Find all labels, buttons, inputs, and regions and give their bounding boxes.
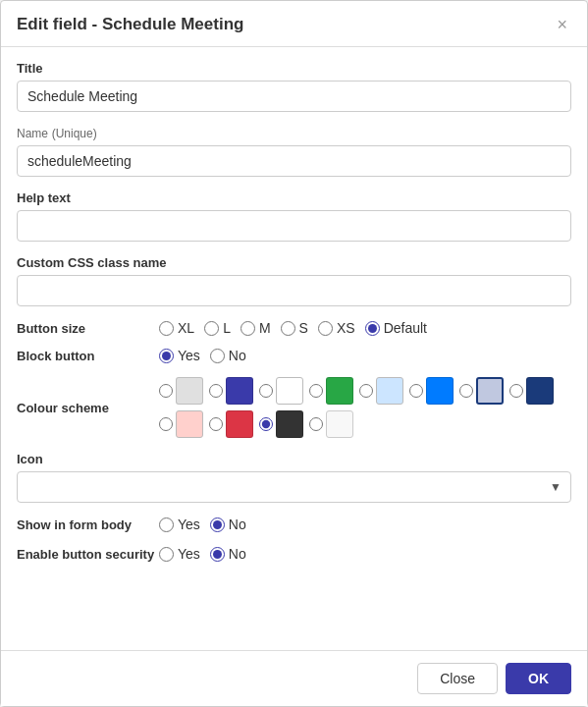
block-button-label: Block button <box>17 349 159 363</box>
block-button-group: Block button Yes No <box>17 348 571 363</box>
size-default[interactable]: Default <box>365 320 427 336</box>
size-xl[interactable]: XL <box>159 320 194 336</box>
css-label: Custom CSS class name <box>17 255 571 270</box>
edit-field-modal: Edit field - Schedule Meeting × Title Na… <box>0 0 588 707</box>
colour-blank[interactable] <box>309 410 353 438</box>
security-no[interactable]: No <box>210 546 246 562</box>
enable-security-group: Enable button security Yes No <box>17 546 571 562</box>
enable-security-label: Enable button security <box>17 547 159 562</box>
button-size-options: XL L M S XS <box>159 320 427 336</box>
icon-select[interactable] <box>17 471 571 503</box>
button-size-label: Button size <box>17 321 159 336</box>
size-m[interactable]: M <box>241 320 271 336</box>
help-text-label: Help text <box>17 190 571 205</box>
colour-light[interactable] <box>159 377 203 405</box>
show-in-form-group: Show in form body Yes No <box>17 517 571 532</box>
colour-purple[interactable] <box>209 377 253 405</box>
size-xs[interactable]: XS <box>318 320 355 336</box>
size-s[interactable]: S <box>281 320 308 336</box>
colour-navy-outline[interactable] <box>459 377 504 405</box>
show-in-form-label: Show in form body <box>17 517 159 532</box>
colour-options <box>159 377 571 438</box>
colour-lightblue-outline[interactable] <box>359 377 403 405</box>
security-yes[interactable]: Yes <box>159 546 200 562</box>
size-l[interactable]: L <box>204 320 231 336</box>
icon-select-wrapper: ▼ <box>17 471 571 503</box>
title-group: Title <box>17 61 571 112</box>
title-label: Title <box>17 61 571 76</box>
block-no[interactable]: No <box>210 348 246 363</box>
colour-red-outline[interactable] <box>159 410 203 438</box>
icon-label: Icon <box>17 452 571 466</box>
help-text-input[interactable] <box>17 210 571 242</box>
css-input[interactable] <box>17 275 571 306</box>
show-form-yes[interactable]: Yes <box>159 517 200 532</box>
show-form-no[interactable]: No <box>210 517 246 532</box>
colour-dark[interactable] <box>259 410 303 438</box>
close-x-button[interactable]: × <box>553 16 571 33</box>
modal-footer: Close OK <box>1 650 587 706</box>
show-in-form-options: Yes No <box>159 517 246 532</box>
ok-button[interactable]: OK <box>506 663 571 694</box>
block-yes[interactable]: Yes <box>159 348 200 363</box>
title-input[interactable] <box>17 81 571 112</box>
button-size-group: Button size XL L M <box>17 320 571 336</box>
help-text-group: Help text <box>17 190 571 242</box>
block-button-options: Yes No <box>159 348 246 363</box>
name-label: Name (Unique) <box>17 126 571 140</box>
modal-header: Edit field - Schedule Meeting × <box>1 1 587 47</box>
colour-scheme-group: Colour scheme <box>17 377 571 438</box>
colour-green[interactable] <box>309 377 353 405</box>
colour-red[interactable] <box>209 410 253 438</box>
colour-navy[interactable] <box>509 377 554 405</box>
close-button[interactable]: Close <box>417 663 498 694</box>
name-input[interactable] <box>17 145 571 177</box>
modal-title: Edit field - Schedule Meeting <box>17 15 243 34</box>
css-group: Custom CSS class name <box>17 255 571 306</box>
icon-group: Icon ▼ <box>17 452 571 503</box>
colour-white[interactable] <box>259 377 303 405</box>
name-group: Name (Unique) <box>17 126 571 177</box>
colour-blue[interactable] <box>409 377 454 405</box>
enable-security-options: Yes No <box>159 546 246 562</box>
modal-body: Title Name (Unique) Help text Custom CSS… <box>1 47 587 650</box>
colour-scheme-label: Colour scheme <box>17 401 159 415</box>
